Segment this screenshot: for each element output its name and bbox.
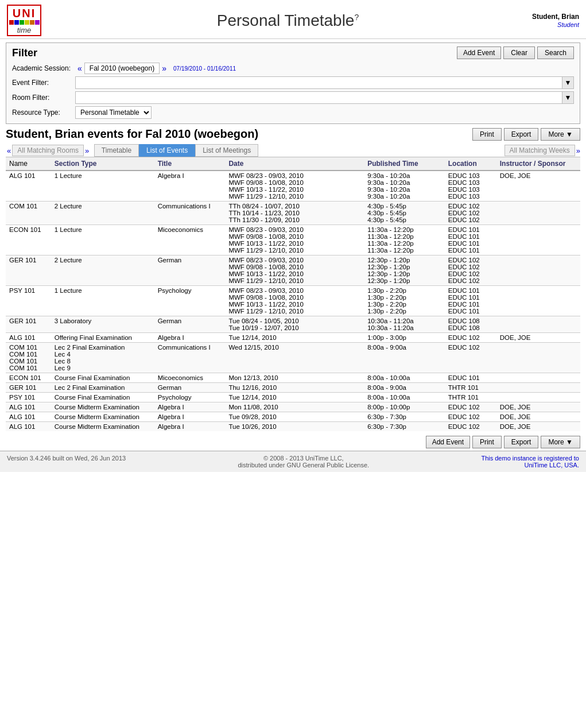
- cell-date: MWF 08/23 - 09/03, 2010MWF 09/08 - 10/08…: [225, 225, 364, 255]
- tab-meetings[interactable]: List of Meetings: [195, 144, 258, 157]
- tile-green: [20, 20, 24, 25]
- print-button-top[interactable]: Print: [472, 128, 502, 141]
- tab-timetable[interactable]: Timetable: [94, 144, 139, 157]
- more-button-bottom[interactable]: More ▼: [541, 436, 580, 448]
- event-filter-label: Event Filter:: [12, 79, 75, 87]
- tab-rooms[interactable]: All Matching Rooms: [12, 145, 84, 156]
- cell-section: 2 Lecture: [51, 255, 154, 286]
- col-header-date: Date: [225, 157, 364, 171]
- results-section: Student, Brian events for Fal 2010 (woeb…: [6, 127, 580, 431]
- cell-date: MWF 08/23 - 09/03, 2010MWF 09/08 - 10/08…: [225, 286, 364, 316]
- tile-blue: [14, 20, 19, 25]
- cell-time: 8:00a - 10:00a: [364, 373, 445, 383]
- app-title-text: Personal Timetable: [217, 11, 355, 29]
- table-header-row: Name Section Type Title Date Published T…: [6, 157, 580, 171]
- export-button-bottom[interactable]: Export: [504, 436, 539, 448]
- cell-location: EDUC 103EDUC 103EDUC 103EDUC 103: [445, 171, 496, 202]
- rooms-prev-nav[interactable]: «: [7, 146, 11, 155]
- col-header-location: Location: [445, 157, 496, 171]
- table-row: ALG 101Offering Final ExaminationAlgebra…: [6, 333, 580, 343]
- tab-events[interactable]: List of Events: [139, 144, 195, 157]
- add-event-button[interactable]: Add Event: [457, 47, 501, 59]
- cell-title: German: [154, 255, 226, 286]
- cell-location: EDUC 102: [445, 412, 496, 422]
- table-row: ECON 1011 LectureMicoeconomicsMWF 08/23 …: [6, 225, 580, 255]
- cell-title: Psychology: [154, 286, 226, 316]
- user-name: Student, Brian: [532, 13, 579, 21]
- filter-buttons: Add Event Clear Search: [457, 47, 574, 59]
- logo-tiles: [9, 20, 40, 25]
- table-row: GER 1013 LaboratoryGermanTue 08/24 - 10/…: [6, 316, 580, 333]
- session-next-nav[interactable]: »: [162, 64, 166, 73]
- tile-yellow: [25, 20, 29, 25]
- event-filter-arrow[interactable]: ▼: [562, 76, 574, 89]
- header: UNI time Personal Timetable? Student, Br…: [0, 0, 586, 39]
- footer-demo: This demo instance is registered toUniTi…: [481, 455, 579, 468]
- table-row: GER 1012 LectureGermanMWF 08/23 - 09/03,…: [6, 255, 580, 286]
- cell-instructor: [496, 225, 580, 255]
- table-row: ALG 1011 LectureAlgebra IMWF 08/23 - 09/…: [6, 171, 580, 202]
- export-button-top[interactable]: Export: [504, 128, 539, 141]
- user-role: Student: [557, 21, 579, 28]
- cell-section: 1 Lecture: [51, 171, 154, 202]
- cell-name: ALG 101: [6, 412, 51, 422]
- more-button-top[interactable]: More ▼: [541, 128, 580, 141]
- cell-location: EDUC 102: [445, 343, 496, 373]
- events-table: Name Section Type Title Date Published T…: [6, 157, 580, 431]
- filter-section: Filter Add Event Clear Search Academic S…: [6, 42, 580, 124]
- cell-title: Algebra I: [154, 422, 226, 432]
- table-row: PSY 101Course Final ExaminationPsycholog…: [6, 393, 580, 402]
- cell-instructor: [496, 255, 580, 286]
- add-event-button-bottom[interactable]: Add Event: [426, 436, 470, 448]
- event-filter-input[interactable]: [75, 76, 562, 89]
- col-header-name: Name: [6, 157, 51, 171]
- cell-time: 6:30p - 7:30p: [364, 412, 445, 422]
- event-filter-row: Event Filter: ▼: [12, 76, 574, 89]
- cell-instructor: [496, 316, 580, 333]
- cell-instructor: DOE, JOE: [496, 412, 580, 422]
- cell-instructor: [496, 383, 580, 393]
- results-title: Student, Brian events for Fal 2010 (woeb…: [6, 127, 258, 141]
- cell-title: Algebra I: [154, 171, 226, 202]
- results-header: Student, Brian events for Fal 2010 (woeb…: [6, 127, 580, 141]
- cell-section: Course Midterm Examination: [51, 422, 154, 432]
- clear-button[interactable]: Clear: [503, 47, 535, 59]
- room-filter-arrow[interactable]: ▼: [562, 91, 574, 104]
- cell-section: 3 Laboratory: [51, 316, 154, 333]
- room-filter-row: Room Filter: ▼: [12, 91, 574, 104]
- weeks-next-nav[interactable]: »: [576, 146, 580, 155]
- cell-name: GER 101: [6, 383, 51, 393]
- logo-box: UNI time: [7, 5, 41, 36]
- cell-location: EDUC 102EDUC 102EDUC 102: [445, 202, 496, 225]
- cell-name: COM 101COM 101COM 101COM 101: [6, 343, 51, 373]
- session-value[interactable]: Fal 2010 (woebegon): [84, 63, 160, 74]
- event-filter-dropdown: ▼: [75, 76, 574, 89]
- cell-title: Micoeconomics: [154, 373, 226, 383]
- cell-date: Wed 12/15, 2010: [225, 343, 364, 373]
- cell-name: ECON 101: [6, 225, 51, 255]
- cell-location: EDUC 102: [445, 333, 496, 343]
- cell-section: Course Final Examination: [51, 373, 154, 383]
- tab-weeks[interactable]: All Matching Weeks: [504, 145, 575, 156]
- cell-instructor: DOE, JOE: [496, 422, 580, 432]
- cell-time: 1:00p - 3:00p: [364, 333, 445, 343]
- cell-location: THTR 101: [445, 393, 496, 402]
- table-row: COM 101COM 101COM 101COM 101Lec 2 Final …: [6, 343, 580, 373]
- cell-time: 11:30a - 12:20p11:30a - 12:20p11:30a - 1…: [364, 225, 445, 255]
- cell-section: 1 Lecture: [51, 225, 154, 255]
- room-filter-input[interactable]: [75, 91, 562, 104]
- cell-instructor: [496, 393, 580, 402]
- table-row: ECON 101Course Final ExaminationMicoecon…: [6, 373, 580, 383]
- print-button-bottom[interactable]: Print: [472, 436, 502, 448]
- session-prev-nav[interactable]: «: [77, 64, 82, 73]
- cell-date: Tue 12/14, 2010: [225, 393, 364, 402]
- academic-session-label: Academic Session:: [12, 64, 75, 72]
- table-row: ALG 101Course Midterm ExaminationAlgebra…: [6, 422, 580, 432]
- cell-date: Tue 10/26, 2010: [225, 422, 364, 432]
- resource-type-select[interactable]: Personal Timetable: [75, 106, 152, 119]
- cell-section: Offering Final Examination: [51, 333, 154, 343]
- rooms-next-nav[interactable]: »: [85, 146, 89, 155]
- search-button[interactable]: Search: [537, 47, 574, 59]
- footer: Version 3.4.246 built on Wed, 26 Jun 201…: [0, 451, 586, 472]
- room-filter-dropdown: ▼: [75, 91, 574, 104]
